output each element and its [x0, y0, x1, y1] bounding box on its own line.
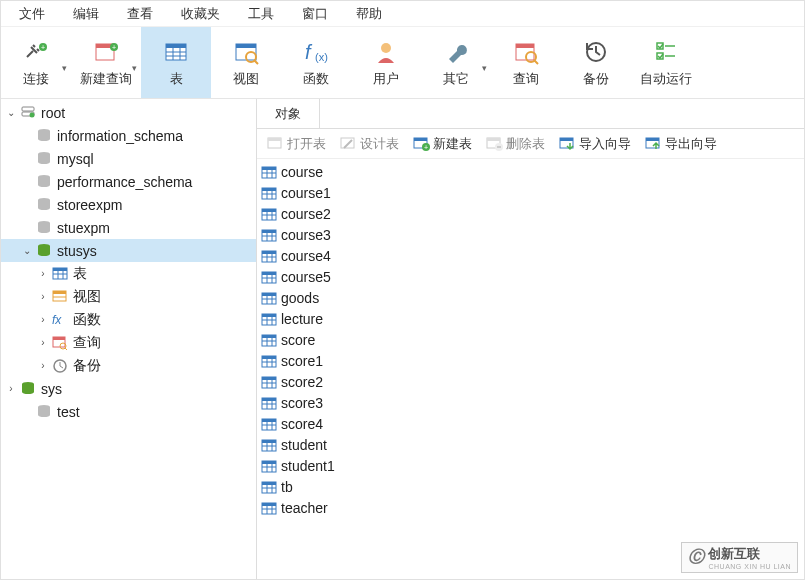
table-name: goods — [281, 290, 319, 306]
expand-icon[interactable]: › — [37, 291, 49, 302]
table-name: course2 — [281, 206, 331, 222]
tool-views[interactable]: 视图 — [211, 27, 281, 98]
table-row[interactable]: course — [261, 161, 800, 182]
expand-icon[interactable]: › — [37, 268, 49, 279]
tool-new-query[interactable]: ▾新建查询 — [71, 27, 141, 98]
expand-icon[interactable]: › — [37, 360, 49, 371]
tree-item-sys[interactable]: ›sys — [1, 377, 256, 400]
tree-item-information_schema[interactable]: information_schema — [1, 124, 256, 147]
expand-icon[interactable]: › — [37, 337, 49, 348]
tab-objects[interactable]: 对象 — [257, 99, 320, 128]
tool-tables[interactable]: 表 — [141, 27, 211, 98]
menu-1[interactable]: 编辑 — [59, 2, 113, 26]
table-icon — [261, 291, 277, 305]
new-t-icon — [413, 136, 429, 152]
tree-item-查询[interactable]: ›查询 — [1, 331, 256, 354]
table-row[interactable]: score3 — [261, 392, 800, 413]
menu-0[interactable]: 文件 — [5, 2, 59, 26]
ctb-export[interactable]: 导出向导 — [645, 135, 717, 153]
tool-query[interactable]: 查询 — [491, 27, 561, 98]
tool-backup[interactable]: 备份 — [561, 27, 631, 98]
table-row[interactable]: student — [261, 434, 800, 455]
menu-5[interactable]: 窗口 — [288, 2, 342, 26]
tree-item-root[interactable]: ⌄root — [1, 101, 256, 124]
db-icon — [35, 151, 53, 166]
tree-label: 视图 — [71, 288, 101, 306]
table-row[interactable]: score1 — [261, 350, 800, 371]
tree-item-视图[interactable]: ›视图 — [1, 285, 256, 308]
ctb-label: 导出向导 — [665, 135, 717, 153]
table-name: course1 — [281, 185, 331, 201]
tree-item-表[interactable]: ›表 — [1, 262, 256, 285]
newq-icon — [92, 38, 120, 66]
tree-label: storeexpm — [55, 197, 122, 213]
table-row[interactable]: course3 — [261, 224, 800, 245]
table-name: score — [281, 332, 315, 348]
content-pane: 对象 打开表设计表新建表删除表导入向导导出向导 coursecourse1cou… — [256, 99, 804, 579]
table-icon — [261, 165, 277, 179]
query-icon — [512, 38, 540, 66]
table-name: score3 — [281, 395, 323, 411]
expand-icon[interactable]: › — [37, 314, 49, 325]
table-icon — [261, 228, 277, 242]
tool-autorun[interactable]: 自动运行 — [631, 27, 701, 98]
table-row[interactable]: course2 — [261, 203, 800, 224]
table-icon — [261, 249, 277, 263]
table-row[interactable]: goods — [261, 287, 800, 308]
table-row[interactable]: course4 — [261, 245, 800, 266]
ctb-label: 删除表 — [506, 135, 545, 153]
menu-4[interactable]: 工具 — [234, 2, 288, 26]
tool-others[interactable]: ▾其它 — [421, 27, 491, 98]
table-icon — [261, 396, 277, 410]
table-row[interactable]: lecture — [261, 308, 800, 329]
table-name: score2 — [281, 374, 323, 390]
table-row[interactable]: student1 — [261, 455, 800, 476]
tree-item-test[interactable]: test — [1, 400, 256, 423]
watermark-sub: CHUANG XIN HU LIAN — [708, 563, 791, 570]
table-row[interactable]: tb — [261, 476, 800, 497]
tree-item-函数[interactable]: ›函数 — [1, 308, 256, 331]
watermark-logo: Ⓒ — [688, 547, 704, 568]
ctb-import[interactable]: 导入向导 — [559, 135, 631, 153]
table-row[interactable]: teacher — [261, 497, 800, 518]
tool-label: 其它 — [443, 70, 469, 88]
tree-item-storeexpm[interactable]: storeexpm — [1, 193, 256, 216]
table-icon — [261, 501, 277, 515]
tree-item-stusys[interactable]: ⌄stusys — [1, 239, 256, 262]
dropdown-icon: ▾ — [132, 63, 137, 73]
ctb-new-t[interactable]: 新建表 — [413, 135, 472, 153]
menu-3[interactable]: 收藏夹 — [167, 2, 234, 26]
tree-item-performance_schema[interactable]: performance_schema — [1, 170, 256, 193]
table-name: tb — [281, 479, 293, 495]
tool-functions[interactable]: 函数 — [281, 27, 351, 98]
tool-connect[interactable]: ▾连接 — [1, 27, 71, 98]
table-icon — [261, 459, 277, 473]
table-row[interactable]: course5 — [261, 266, 800, 287]
table-row[interactable]: score — [261, 329, 800, 350]
tool-users[interactable]: 用户 — [351, 27, 421, 98]
tree-item-stuexpm[interactable]: stuexpm — [1, 216, 256, 239]
expand-icon[interactable]: ⌄ — [21, 245, 33, 256]
tree-item-备份[interactable]: ›备份 — [1, 354, 256, 377]
menu-2[interactable]: 查看 — [113, 2, 167, 26]
table-row[interactable]: course1 — [261, 182, 800, 203]
import-icon — [559, 136, 575, 152]
table-name: score4 — [281, 416, 323, 432]
table-icon — [261, 186, 277, 200]
backup-s-icon — [51, 358, 69, 373]
view-s-icon — [51, 289, 69, 304]
ctb-label: 设计表 — [360, 135, 399, 153]
tree-label: 查询 — [71, 334, 101, 352]
table-name: course — [281, 164, 323, 180]
ctb-del-t: 删除表 — [486, 135, 545, 153]
table-name: course3 — [281, 227, 331, 243]
tree-item-mysql[interactable]: mysql — [1, 147, 256, 170]
expand-icon[interactable]: ⌄ — [5, 107, 17, 118]
main: ⌄rootinformation_schemamysqlperformance_… — [1, 99, 804, 579]
expand-icon[interactable]: › — [5, 383, 17, 394]
table-name: course5 — [281, 269, 331, 285]
menu-6[interactable]: 帮助 — [342, 2, 396, 26]
autorun-icon — [652, 38, 680, 66]
table-row[interactable]: score4 — [261, 413, 800, 434]
table-row[interactable]: score2 — [261, 371, 800, 392]
